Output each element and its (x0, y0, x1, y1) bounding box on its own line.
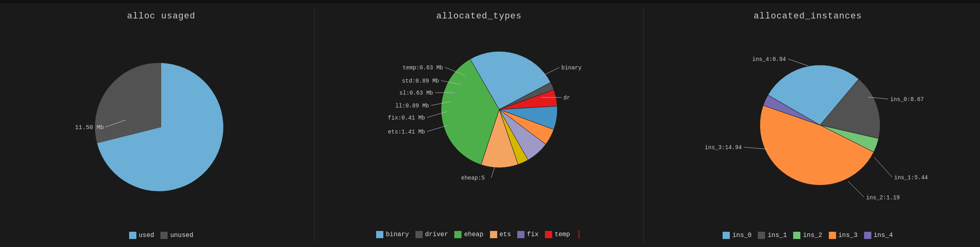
top-bar (0, 0, 980, 3)
svg-text:ins_4:0.94: ins_4:0.94 (752, 56, 786, 63)
legend-ins4-label: ins_4 (874, 232, 893, 239)
legend-driver: driver (415, 231, 448, 238)
allocated-types-title: allocated_types (436, 11, 522, 21)
legend-temp-color (545, 231, 552, 238)
svg-text:ins_3:14.94: ins_3:14.94 (705, 144, 742, 151)
legend-used-color (129, 232, 136, 239)
legend-ins3-color (829, 232, 836, 239)
svg-text:std:0.89 Mb: std:0.89 Mb (402, 78, 439, 84)
legend-eheap: eheap (454, 231, 483, 238)
alloc-usaged-legend: used unused (129, 232, 193, 239)
legend-binary-color (376, 231, 383, 238)
legend-eheap-color (454, 231, 462, 238)
svg-line-24 (848, 181, 864, 197)
legend-ins0-label: ins_0 (732, 232, 751, 239)
legend-ins2-label: ins_2 (803, 232, 822, 239)
svg-text:eheap:5: eheap:5 (461, 175, 485, 181)
svg-text:ins_2:1.19: ins_2:1.19 (866, 194, 900, 201)
legend-ins3-label: ins_3 (838, 232, 858, 239)
legend-temp: temp (545, 231, 570, 238)
allocated-instances-chart-area: ins_4:0.94ins_0:8.67ins_1:5.44ins_2:1.19… (652, 25, 964, 229)
allocated-instances-title: allocated_instances (754, 11, 862, 21)
legend-ins0-color (723, 232, 730, 239)
svg-text:temp:0.63 Mb: temp:0.63 Mb (403, 65, 443, 71)
legend-unused-label: unused (170, 232, 193, 239)
legend-ins2: ins_2 (793, 232, 822, 239)
legend-ins1: ins_1 (758, 232, 787, 239)
legend-ets-color (490, 231, 497, 238)
allocated-types-legend: binary driver eheap ets fix temp (376, 230, 581, 239)
svg-text:ll:0.89 Mb: ll:0.89 Mb (395, 103, 429, 109)
svg-text:ets:1.41 Mb: ets:1.41 Mb (388, 129, 425, 135)
legend-used-label: used (139, 232, 154, 239)
alloc-usaged-svg: 11.50 Mb (65, 47, 257, 207)
legend-eheap-label: eheap (464, 231, 483, 238)
legend-divider: | (577, 230, 582, 239)
legend-temp-label: temp (555, 231, 570, 238)
alloc-usaged-chart-area: 11.50 Mb (16, 25, 306, 229)
svg-text:fix:0.41 Mb: fix:0.41 Mb (388, 115, 425, 121)
alloc-usaged-section: alloc usaged 11.50 Mb used (8, 7, 314, 243)
svg-text:binary: binary (561, 65, 581, 71)
svg-line-18 (788, 59, 808, 66)
legend-ins4: ins_4 (864, 232, 893, 239)
legend-unused-color (160, 232, 168, 239)
legend-binary: binary (376, 231, 409, 238)
allocated-types-chart-area: binarydrtemp:0.63 Mbstd:0.89 Mbsl:0.63 M… (323, 25, 635, 227)
legend-binary-label: binary (386, 231, 409, 238)
legend-fix-label: fix (527, 231, 539, 238)
svg-line-22 (874, 157, 892, 177)
legend-ets: ets (490, 231, 511, 238)
alloc-value-label: 11.50 Mb (75, 124, 104, 131)
legend-driver-label: driver (425, 231, 448, 238)
legend-ins2-color (793, 232, 800, 239)
legend-fix-color (517, 231, 524, 238)
allocated-instances-legend: ins_0 ins_1 ins_2 ins_3 ins_4 (723, 232, 893, 239)
types-pie-svg: binarydrtemp:0.63 Mbstd:0.89 Mbsl:0.63 M… (323, 25, 652, 198)
allocated-types-section: allocated_types binarydrtemp:0.63 Mbstd:… (314, 7, 643, 243)
legend-ins4-color (864, 232, 871, 239)
legend-ins1-label: ins_1 (767, 232, 787, 239)
alloc-usaged-title: alloc usaged (127, 11, 195, 21)
legend-driver-color (415, 231, 423, 238)
legend-fix: fix (517, 231, 539, 238)
instances-pie-svg: ins_4:0.94ins_0:8.67ins_1:5.44ins_2:1.19… (652, 41, 964, 213)
svg-text:dr: dr (563, 95, 570, 101)
svg-text:ins_0:8.67: ins_0:8.67 (890, 96, 924, 103)
legend-ins3: ins_3 (829, 232, 858, 239)
legend-ins1-color (758, 232, 765, 239)
svg-text:ins_1:5.44: ins_1:5.44 (894, 174, 928, 181)
charts-container: alloc usaged 11.50 Mb used (0, 3, 980, 247)
allocated-instances-section: allocated_instances ins_4:0.94ins_0:8.67… (643, 7, 972, 243)
legend-ets-label: ets (500, 231, 511, 238)
svg-text:sl:0.63 Mb: sl:0.63 Mb (399, 90, 433, 96)
legend-unused: unused (160, 232, 193, 239)
legend-ins0: ins_0 (723, 232, 751, 239)
legend-used: used (129, 232, 154, 239)
